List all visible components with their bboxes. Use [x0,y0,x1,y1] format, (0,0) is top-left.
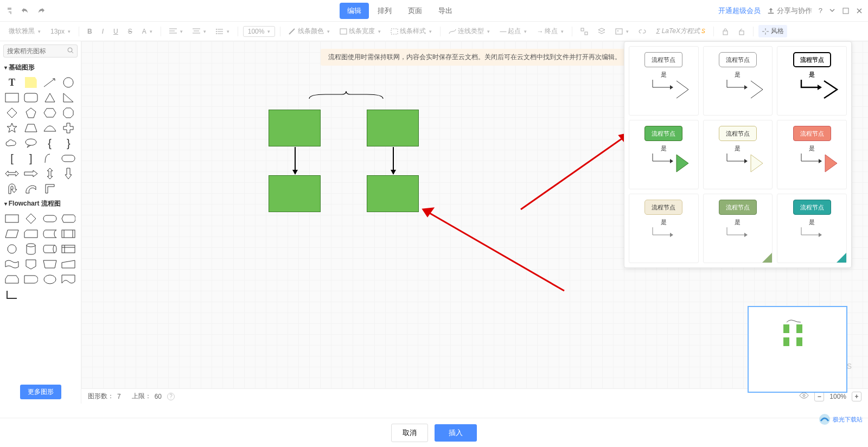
shape-arrow-updown[interactable] [42,168,58,180]
curly-bracket[interactable] [308,90,384,100]
shape-arrow-right[interactable] [23,168,39,180]
shape-rect[interactable] [4,92,20,104]
shape-corner[interactable] [42,183,58,195]
style-card-3[interactable]: 流程节点 是 [777,46,847,116]
align-button[interactable] [166,27,186,36]
flow-process[interactable] [4,213,20,225]
connect-type-button[interactable]: 连线类型 [445,25,493,37]
bold-button[interactable]: B [84,26,95,37]
redo-icon[interactable] [36,6,46,16]
search-icon[interactable] [67,47,74,56]
shape-hexagon[interactable] [42,107,58,119]
shape-brace-left[interactable]: { [42,137,58,149]
shape-callout[interactable] [23,137,39,149]
flow-data[interactable] [4,228,20,240]
tab-arrange[interactable]: 排列 [370,3,399,19]
shape-chord[interactable] [42,122,58,134]
shape-arc[interactable] [23,183,39,195]
limit-info-icon[interactable]: ? [167,393,175,400]
flow-connector[interactable] [4,243,20,255]
line-style-button[interactable]: 线条样式 [387,25,435,37]
flow-box-2[interactable] [367,110,419,146]
flow-database[interactable] [23,243,39,255]
flow-bracket[interactable] [4,289,20,301]
distribute-icon[interactable] [577,26,591,37]
shape-roundrect[interactable] [23,92,39,104]
help-icon[interactable]: ? [819,7,822,15]
flow-manual[interactable] [42,258,58,270]
shape-note[interactable] [23,76,39,88]
shape-bracket-left[interactable]: [ [4,152,20,164]
style-card-7[interactable]: 流程节点 是 [629,194,699,263]
flow-internal[interactable] [61,243,76,255]
shape-star[interactable] [4,122,20,134]
more-shapes-button[interactable]: 更多图形 [20,385,61,399]
shape-cloud[interactable] [4,137,20,149]
visibility-icon[interactable] [799,392,809,400]
shape-pill[interactable] [61,152,76,164]
shape-text[interactable]: T [4,76,20,88]
line-start-button[interactable]: — 起点 [496,25,530,37]
zoom-out-button[interactable]: − [814,392,824,401]
lock-icon[interactable] [719,26,732,37]
shape-pentagon[interactable] [23,107,39,119]
shape-right-triangle[interactable] [61,92,76,104]
minimize-icon[interactable] [829,8,835,14]
text-color-button[interactable]: A [139,26,156,37]
format-painter-icon[interactable] [5,6,15,16]
style-card-1[interactable]: 流程节点 是 [629,46,699,116]
layer-icon[interactable] [595,26,609,37]
flow-direct[interactable] [42,243,58,255]
shape-trapezoid[interactable] [23,122,39,134]
link-icon[interactable] [635,26,649,37]
italic-button[interactable]: I [99,26,107,37]
vip-link[interactable]: 开通超级会员 [718,6,761,16]
undo-icon[interactable] [21,6,30,16]
flow-manual-input[interactable] [61,258,76,270]
flow-card[interactable] [23,228,39,240]
section-basic-shapes[interactable]: 基础图形 [0,61,81,74]
shape-triangle[interactable] [42,92,58,104]
shape-curve[interactable] [42,152,58,164]
shape-arrow-down[interactable] [61,168,76,180]
flow-arrow-1[interactable] [295,147,296,174]
flow-predef[interactable] [61,228,76,240]
line-color-button[interactable]: 线条颜色 [285,25,333,37]
share-button[interactable]: 分享与协作 [767,6,812,16]
style-card-5[interactable]: 流程节点 是 [703,120,773,189]
tab-page[interactable]: 页面 [400,3,430,19]
line-width-button[interactable]: 线条宽度 [336,25,384,37]
section-flowchart[interactable]: Flowchart 流程图 [0,197,81,210]
image-icon[interactable] [612,27,632,36]
shape-cross[interactable] [61,122,76,134]
flow-stored[interactable] [42,228,58,240]
insert-button[interactable]: 插入 [435,424,477,442]
shape-octagon[interactable] [61,107,76,119]
flow-decision[interactable] [23,213,39,225]
shape-arrow-line[interactable] [42,76,58,88]
flow-box-3[interactable] [269,175,321,212]
latex-button[interactable]: Σ LaTeX方程式 S [653,25,708,37]
tab-export[interactable]: 导出 [431,3,460,19]
strikethrough-button[interactable]: S [125,26,136,37]
list-button[interactable] [213,27,233,36]
shape-arrow-leftright[interactable] [4,168,20,180]
flow-loop-limit[interactable] [4,273,20,285]
line-end-button[interactable]: → 终点 [533,25,567,37]
style-card-9[interactable]: 流程节点 是 [777,194,847,263]
valign-button[interactable] [189,27,209,36]
flow-tape[interactable] [4,258,20,270]
unlock-icon[interactable] [735,26,748,37]
close-icon[interactable] [856,8,863,14]
flow-offpage[interactable] [23,258,39,270]
shape-brace-right[interactable]: } [61,137,76,149]
minimap[interactable] [748,306,847,393]
style-card-6[interactable]: 流程节点 是 [777,120,847,189]
style-button[interactable]: 风格 [758,25,787,37]
shape-circle[interactable] [61,76,76,88]
fullscreen-icon[interactable] [842,7,850,15]
flow-document[interactable] [61,273,76,285]
underline-button[interactable]: U [110,26,122,37]
zoom-select[interactable]: 100% [243,26,276,37]
flow-ellipse2[interactable] [42,273,58,285]
